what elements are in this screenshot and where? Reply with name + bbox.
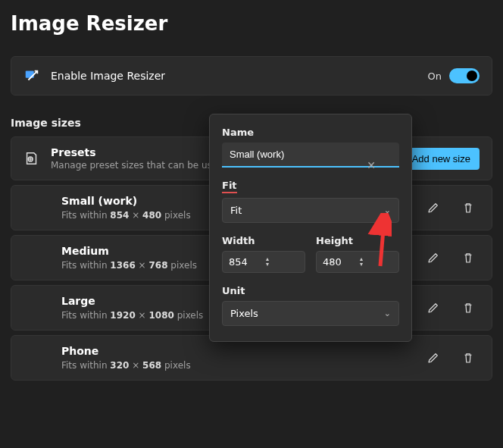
- svg-rect-0: [26, 71, 34, 78]
- unit-label: Unit: [222, 285, 399, 296]
- edit-button[interactable]: [426, 251, 440, 265]
- height-value: 480: [323, 256, 358, 268]
- delete-button[interactable]: [461, 201, 475, 215]
- page-title: Image Resizer: [0, 0, 503, 39]
- delete-button[interactable]: [461, 251, 475, 265]
- height-label: Height: [316, 235, 399, 246]
- fit-value: Fit: [230, 205, 242, 216]
- fit-dropdown[interactable]: Fit ⌄: [222, 198, 399, 223]
- spin-icon: ▴▾: [264, 257, 298, 267]
- resizer-icon: [23, 67, 40, 84]
- delete-button[interactable]: [461, 301, 475, 315]
- width-value: 854: [229, 256, 264, 268]
- width-stepper[interactable]: 854 ▴▾: [222, 251, 305, 273]
- chevron-down-icon: ⌄: [384, 309, 391, 318]
- unit-value: Pixels: [230, 308, 258, 319]
- edit-button[interactable]: [426, 201, 440, 215]
- edit-preset-popover: Name ✕ Fit Fit ⌄ Width 854 ▴▾ Height 480…: [209, 114, 412, 342]
- clear-name-button[interactable]: ✕: [364, 158, 378, 172]
- chevron-down-icon: ⌄: [384, 205, 391, 215]
- enable-state-text: On: [428, 70, 442, 82]
- enable-panel: Enable Image Resizer On: [11, 56, 492, 96]
- name-label: Name: [222, 127, 399, 138]
- width-label: Width: [222, 235, 305, 246]
- size-row: PhoneFits within 320 × 568 pixels: [11, 335, 492, 381]
- enable-toggle[interactable]: [449, 68, 480, 83]
- spin-icon: ▴▾: [358, 257, 392, 267]
- edit-button[interactable]: [426, 351, 440, 365]
- fit-label: Fit: [222, 180, 399, 193]
- presets-icon: [23, 150, 40, 167]
- size-name: Phone: [61, 345, 426, 357]
- delete-button[interactable]: [461, 351, 475, 365]
- edit-button[interactable]: [426, 301, 440, 315]
- add-new-size-button[interactable]: Add new size: [403, 148, 480, 170]
- unit-dropdown[interactable]: Pixels ⌄: [222, 301, 399, 326]
- size-dims: Fits within 320 × 568 pixels: [61, 360, 426, 371]
- enable-label: Enable Image Resizer: [51, 70, 428, 82]
- height-stepper[interactable]: 480 ▴▾: [316, 251, 399, 273]
